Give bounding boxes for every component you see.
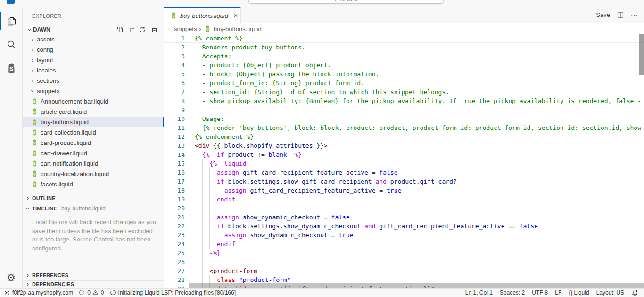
section-dependencies[interactable]: › DEPENDENCIES [23, 280, 164, 288]
section-references[interactable]: › REFERENCES [23, 270, 164, 280]
tree-folder-config[interactable]: ›config [23, 44, 164, 55]
explorer-more-button[interactable]: ··· [149, 11, 157, 19]
code-line-22[interactable]: 22 if block.settings.show_dynamic_checko… [164, 222, 644, 231]
code-line-16[interactable]: 16 assign gift_card_recipient_feature_ac… [164, 168, 644, 177]
spinner-icon [110, 289, 116, 296]
split-editor-icon[interactable] [617, 11, 624, 19]
horizontal-scrollbar[interactable] [189, 283, 644, 288]
indent-guide-line [195, 150, 195, 159]
command-center[interactable]: › DAWN [248, 0, 444, 4]
code-line-6[interactable]: 6 - product_form_id: {String} product fo… [164, 79, 644, 88]
breadcrumb-folder[interactable]: snippets [174, 25, 197, 32]
indentation[interactable]: Spaces: 2 [500, 289, 525, 296]
timeline-title: TIMELINE [32, 206, 57, 211]
tree-file-buy-buttons.liquid[interactable]: Sbuy-buttons.liquid [23, 117, 164, 127]
code-line-21[interactable]: 21 assign show_dynamic_checkout = false [164, 213, 644, 222]
tree-file-Announcement-bar.liquid[interactable]: SAnnouncement-bar.liquid [23, 96, 164, 106]
new-file-icon[interactable] [116, 26, 124, 33]
collapse-all-icon[interactable] [150, 26, 157, 33]
code-line-17[interactable]: 17 if block.settings.show_gift_card_reci… [164, 177, 644, 186]
activity-explorer-button[interactable] [0, 12, 22, 30]
code-line-4[interactable]: 4 - product: {Object} product object. [164, 61, 644, 70]
code-token: block.shopify_attributes [221, 142, 317, 149]
settings-gear-button[interactable]: ⚙ [0, 270, 22, 285]
cursor-position[interactable]: Ln 1, Col 1 [465, 289, 493, 296]
code-line-9[interactable]: 9 [164, 105, 644, 114]
line-number: 10 [164, 114, 185, 123]
refresh-icon[interactable] [139, 26, 146, 33]
remote-indicator[interactable]: f0if2p-aa.myshopify.com [4, 289, 73, 296]
activity-shopify-button[interactable]: S [0, 59, 22, 77]
code-line-24[interactable]: 24 endif [164, 240, 644, 249]
code-token: endif [217, 196, 235, 203]
lsp-status-text: Initializing Liquid LSP: Preloading file… [118, 289, 236, 296]
eol-sequence[interactable]: LF [555, 289, 561, 296]
chevron-right-icon: › [30, 77, 35, 84]
tree-file-cart-drawer.liquid[interactable]: Scart-drawer.liquid [23, 148, 164, 158]
section-timeline[interactable]: › TIMELINE buy-buttons.liquid [23, 203, 164, 213]
svg-text:S: S [33, 130, 36, 135]
tree-file-country-localization.liquid[interactable]: Scountry-localization.liquid [23, 169, 164, 179]
code-line-11[interactable]: 11 {% render 'buy-buttons', block: block… [164, 123, 644, 132]
code-line-5[interactable]: 5 - block: {Object} passing the block in… [164, 70, 644, 79]
close-icon[interactable]: × [234, 12, 238, 19]
svg-text:S: S [33, 110, 36, 114]
tab-buy-buttons[interactable]: S buy-buttons.liquid × [164, 7, 241, 24]
code-line-2[interactable]: 2 Renders product buy-buttons. [164, 43, 644, 52]
tree-file-cart-notification.liquid[interactable]: Scart-notification.liquid [23, 158, 164, 169]
problems-indicator[interactable]: 0 0 [79, 289, 104, 296]
code-token: Renders product buy-buttons. [195, 44, 305, 51]
tree-folder-layout[interactable]: ›layout [23, 55, 164, 65]
code-line-18[interactable]: 18 assign gift_card_recipient_feature_ac… [164, 186, 644, 195]
tree-file-article-card.liquid[interactable]: Sarticle-card.liquid [23, 106, 164, 117]
code-line-14[interactable]: 14 {%- if product != blank -%} [164, 150, 644, 159]
code-line-25[interactable]: 25 -%} [164, 249, 644, 257]
notifications-bell-icon[interactable] [631, 289, 638, 297]
code-line-3[interactable]: 3 Accepts: [164, 52, 644, 61]
tree-folder-sections[interactable]: ›sections [23, 75, 164, 86]
more-actions-button[interactable]: ··· [631, 11, 638, 18]
section-outline[interactable]: › OUTLINE [23, 193, 164, 203]
tree-item-label: card-collection.liquid [41, 129, 96, 136]
tree-item-label: sections [37, 77, 59, 84]
language-mode[interactable]: {} Liquid [569, 289, 589, 296]
code-line-10[interactable]: 10 Usage: [164, 114, 644, 123]
tree-file-card-collection.liquid[interactable]: Scard-collection.liquid [23, 127, 164, 137]
code-line-7[interactable]: 7 - section_id: {String} id of section t… [164, 88, 644, 96]
lsp-status[interactable]: Initializing Liquid LSP: Preloading file… [110, 289, 236, 296]
code-editor[interactable]: 1{% comment %}2 Renders product buy-butt… [164, 34, 644, 288]
keyboard-layout[interactable]: Layout: US [596, 289, 624, 296]
new-folder-icon[interactable] [127, 26, 135, 33]
code-token: false [376, 169, 398, 176]
explorer-title: EXPLORER [32, 13, 61, 19]
indent-guide-line [209, 240, 210, 249]
code-token: - product_form_id: {String} product form… [195, 80, 364, 87]
code-token: true [335, 232, 353, 239]
tree-file-facets.liquid[interactable]: Sfacets.liquid [23, 179, 164, 189]
tree-folder-snippets[interactable]: ›snippets [23, 86, 164, 96]
activity-search-button[interactable] [0, 36, 22, 54]
shopify-liquid-icon: S [31, 118, 38, 126]
code-line-27[interactable]: 27 <product-form [164, 266, 644, 275]
code-line-19[interactable]: 19 endif [164, 195, 644, 204]
tree-file-card-product.liquid[interactable]: Scard-product.liquid [23, 137, 164, 148]
save-button[interactable]: Save [596, 11, 610, 18]
breadcrumb-file[interactable]: buy-buttons.liquid [214, 25, 262, 32]
encoding[interactable]: UTF-8 [532, 289, 548, 296]
svg-text:S: S [206, 27, 209, 32]
code-line-23[interactable]: 23 assign show_dynamic_checkout = true [164, 231, 644, 240]
code-line-26[interactable]: 26 [164, 257, 644, 266]
code-line-13[interactable]: 13<div {{ block.shopify_attributes }}> [164, 141, 644, 150]
tree-folder-assets[interactable]: ›assets [23, 34, 164, 44]
code-token: show_dynamic_checkout [247, 232, 331, 239]
code-line-8[interactable]: 8 - show_pickup_availability: {Boolean} … [164, 96, 644, 105]
tree-folder-locales[interactable]: ›locales [23, 65, 164, 75]
vertical-scrollbar[interactable] [639, 34, 644, 75]
code-line-1[interactable]: 1{% comment %} [164, 34, 644, 43]
tree-root-dawn[interactable]: › DAWN [23, 24, 164, 35]
code-line-20[interactable]: 20 [164, 204, 644, 213]
code-line-12[interactable]: 12{% endcomment %} [164, 132, 644, 141]
warning-icon [92, 289, 99, 296]
code-token: if [217, 223, 224, 230]
code-line-15[interactable]: 15 {%- liquid [164, 159, 644, 168]
